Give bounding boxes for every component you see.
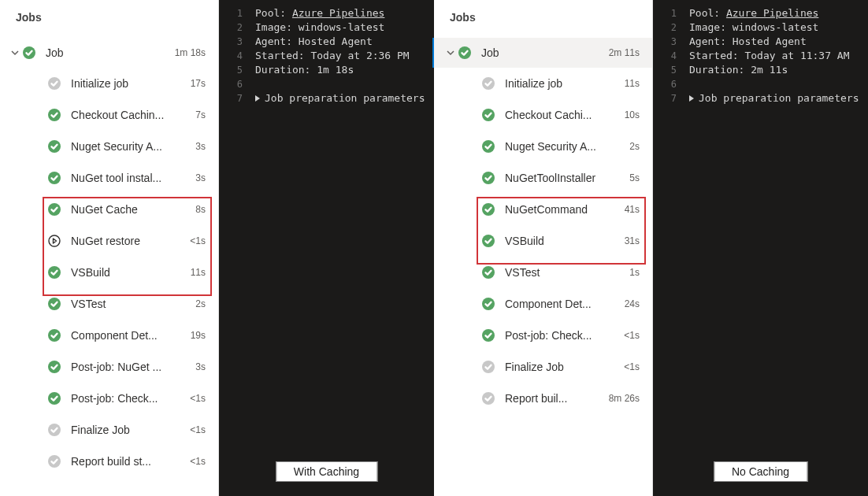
step-duration: 2s <box>195 298 206 309</box>
log-panel: 1Pool: Azure Pipelines2Image: windows-la… <box>219 0 434 496</box>
success-icon <box>47 391 61 405</box>
step-label: Post-job: Check... <box>505 329 619 342</box>
success-icon <box>47 328 61 342</box>
pool-link[interactable]: Azure Pipelines <box>292 7 384 19</box>
step-row[interactable]: NuGetToolInstaller5s <box>434 162 652 194</box>
step-row[interactable]: Finalize Job<1s <box>434 351 652 383</box>
success-icon <box>458 46 472 60</box>
step-duration: 31s <box>625 235 640 246</box>
success-icon <box>481 328 495 342</box>
log-image: Image: windows-latest <box>689 20 818 35</box>
step-row[interactable]: Component Det...19s <box>0 320 218 351</box>
success-icon <box>47 265 61 279</box>
log-agent: Agent: Hosted Agent <box>255 35 373 49</box>
log-panel: 1Pool: Azure Pipelines2Image: windows-la… <box>653 0 868 496</box>
log-duration: Duration: 2m 11s <box>689 63 788 77</box>
success-icon <box>22 46 36 60</box>
success-icon <box>481 171 495 185</box>
success-icon <box>47 139 61 154</box>
step-row[interactable]: NuGet restore<1s <box>0 225 218 257</box>
step-duration: <1s <box>624 330 640 341</box>
success-icon <box>47 297 61 311</box>
neutral-icon <box>481 76 495 91</box>
job-label: Job <box>481 46 604 59</box>
step-duration: 7s <box>195 109 206 120</box>
job-row-parent[interactable]: Job1m 18s <box>0 38 218 68</box>
step-row[interactable]: Finalize Job<1s <box>0 414 218 446</box>
step-row[interactable]: Post-job: Check...<1s <box>0 383 218 414</box>
step-label: NuGet tool instal... <box>71 172 191 184</box>
jobs-panel: JobsJob2m 11sInitialize job11sCheckout C… <box>434 0 653 496</box>
step-row[interactable]: Component Det...24s <box>434 288 652 320</box>
step-row[interactable]: Nuget Security A...2s <box>434 131 652 162</box>
log-image: Image: windows-latest <box>255 20 384 35</box>
job-row-parent[interactable]: Job2m 11s <box>432 38 652 68</box>
step-label: Initialize job <box>71 77 186 90</box>
step-label: Checkout Cachi... <box>505 109 620 121</box>
step-row[interactable]: VSTest2s <box>0 288 218 320</box>
step-duration: 19s <box>191 330 206 341</box>
step-label: NuGetCommand <box>505 203 620 216</box>
step-row[interactable]: VSTest1s <box>434 257 652 288</box>
step-duration: 24s <box>625 298 640 309</box>
log-collapsible[interactable]: Job preparation parameters <box>689 91 859 105</box>
step-row[interactable]: VSBuild11s <box>0 257 218 288</box>
step-row[interactable]: Checkout Cachi...10s <box>434 99 652 131</box>
success-icon <box>47 202 61 217</box>
step-label: Checkout Cachin... <box>71 109 191 121</box>
job-duration: 2m 11s <box>609 47 640 58</box>
step-row[interactable]: Report buil...8m 26s <box>434 383 652 414</box>
step-row[interactable]: Post-job: Check...<1s <box>434 320 652 351</box>
jobs-panel: JobsJob1m 18sInitialize job17sCheckout C… <box>0 0 219 496</box>
chevron-down-icon[interactable] <box>8 48 22 57</box>
step-row[interactable]: NuGet Cache8s <box>0 194 218 225</box>
step-duration: 3s <box>195 172 206 183</box>
step-row[interactable]: Post-job: NuGet ...3s <box>0 351 218 383</box>
step-duration: <1s <box>190 424 206 435</box>
success-icon <box>481 297 495 311</box>
log-started: Started: Today at 2:36 PM <box>255 49 410 63</box>
step-duration: 5s <box>629 172 640 183</box>
step-label: Finalize Job <box>505 361 619 373</box>
step-row[interactable]: NuGet tool instal...3s <box>0 162 218 194</box>
step-row[interactable]: VSBuild31s <box>434 225 652 257</box>
log-duration: Duration: 1m 18s <box>255 63 354 77</box>
caption-label: No Caching <box>714 461 807 482</box>
step-label: VSBuild <box>71 266 186 279</box>
step-duration: 3s <box>195 141 206 152</box>
step-label: Initialize job <box>505 77 620 90</box>
step-label: Report build st... <box>71 455 185 468</box>
success-icon <box>481 265 495 279</box>
success-icon <box>481 234 495 248</box>
step-row[interactable]: Initialize job17s <box>0 68 218 99</box>
step-duration: 11s <box>625 78 640 89</box>
step-row[interactable]: Nuget Security A...3s <box>0 131 218 162</box>
step-row[interactable]: Checkout Cachin...7s <box>0 99 218 131</box>
skipped-icon <box>47 234 61 248</box>
success-icon <box>47 360 61 374</box>
step-duration: 17s <box>191 78 206 89</box>
step-label: Report buil... <box>505 392 604 405</box>
log-collapsible[interactable]: Job preparation parameters <box>255 91 425 105</box>
step-label: NuGetToolInstaller <box>505 172 625 184</box>
step-label: Post-job: Check... <box>71 392 185 405</box>
step-row[interactable]: Report build st...<1s <box>0 446 218 477</box>
step-row[interactable]: Initialize job11s <box>434 68 652 99</box>
neutral-icon <box>481 360 495 374</box>
step-duration: 8s <box>195 204 206 215</box>
step-duration: 1s <box>629 267 640 278</box>
log-agent: Agent: Hosted Agent <box>689 35 807 49</box>
neutral-icon <box>481 391 495 405</box>
neutral-icon <box>47 454 61 468</box>
step-label: NuGet Cache <box>71 203 191 216</box>
step-row[interactable]: NuGetCommand41s <box>434 194 652 225</box>
success-icon <box>47 108 61 122</box>
svg-point-6 <box>49 235 60 246</box>
job-duration: 1m 18s <box>175 47 206 58</box>
step-duration: <1s <box>190 393 206 404</box>
pool-link[interactable]: Azure Pipelines <box>726 7 818 19</box>
success-icon <box>481 202 495 217</box>
step-duration: <1s <box>190 456 206 467</box>
step-duration: 8m 26s <box>609 393 640 404</box>
chevron-down-icon[interactable] <box>443 48 458 57</box>
